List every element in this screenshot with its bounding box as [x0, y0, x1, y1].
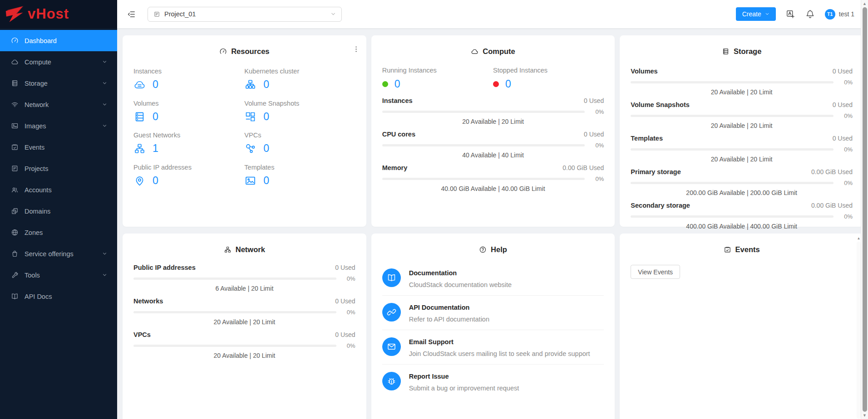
- question-icon: [479, 246, 487, 253]
- sidebar-item-label: Network: [25, 101, 49, 108]
- usage-availability: 40 Available | 40 Limit: [382, 151, 604, 159]
- sidebar-item[interactable]: Accounts: [0, 179, 117, 200]
- brand-logo[interactable]: vHost: [0, 0, 117, 28]
- dots-icon[interactable]: [352, 45, 360, 53]
- chevron-down-icon: [102, 102, 107, 107]
- resource-item[interactable]: Templates 0: [244, 164, 355, 187]
- user-menu[interactable]: T1 test 1: [825, 9, 854, 19]
- events-scrollbar-track[interactable]: [857, 242, 861, 419]
- sidebar-item[interactable]: Domains: [0, 200, 117, 222]
- network-card: Network Public IP addresses 0 Used 0%: [123, 234, 366, 419]
- usage-availability: 40.00 GiB Available | 40.00 GiB Limit: [382, 185, 604, 192]
- sidebar-item[interactable]: Network: [0, 94, 117, 115]
- sidebar-item[interactable]: API Docs: [0, 286, 117, 307]
- chevron-down-icon: [102, 59, 107, 64]
- help-card-title: Help: [382, 245, 604, 254]
- page-scrollbar-thumb[interactable]: [863, 7, 867, 412]
- usage-percent: 0%: [589, 108, 604, 115]
- vhost-logo-icon: [5, 5, 26, 23]
- resource-item[interactable]: Public IP addresses 0: [133, 164, 244, 187]
- page-scrollbar[interactable]: ▲ ▼: [861, 0, 868, 419]
- help-item-description: CloudStack documentation website: [409, 281, 512, 288]
- top-bar: Project_01 Create T1 test 1: [117, 0, 868, 28]
- usage-label: Secondary storage: [631, 202, 690, 209]
- help-item[interactable]: Report Issue Submit a bug or improvement…: [382, 365, 604, 399]
- compute-card: Compute Running Instances 0 Stopped Inst…: [371, 35, 615, 227]
- usage-used: 0 Used: [833, 135, 853, 142]
- progress-bar: [133, 311, 336, 313]
- dashboard-content: Resources Instances 0 Kubernetes cluster: [117, 28, 868, 419]
- chevron-down-icon: [765, 12, 769, 16]
- usage-availability: 20 Available | 20 Limit: [382, 118, 604, 125]
- sidebar-item[interactable]: Storage: [0, 73, 117, 94]
- sidebar-item-label: Events: [25, 144, 44, 151]
- progress-bar: [133, 278, 336, 280]
- resource-item[interactable]: VPCs 0: [244, 132, 355, 155]
- instance-counter[interactable]: Running Instances 0: [382, 67, 493, 91]
- create-button[interactable]: Create: [736, 7, 776, 21]
- global-icon: [11, 229, 19, 236]
- resource-item[interactable]: Instances 0: [133, 68, 244, 91]
- resource-item[interactable]: Kubernetes cluster 0: [244, 68, 355, 91]
- sidebar-item-label: API Docs: [25, 293, 52, 300]
- chevron-down-icon: [102, 251, 107, 256]
- usage-percent: 0%: [589, 175, 604, 182]
- sidebar-item-label: Compute: [25, 58, 51, 66]
- sidebar-item[interactable]: Events: [0, 136, 117, 158]
- resource-item[interactable]: Guest Networks 1: [133, 132, 244, 155]
- read-icon: [382, 268, 401, 287]
- compute-card-title: Compute: [382, 47, 604, 56]
- sidebar-item[interactable]: Projects: [0, 158, 117, 179]
- sidebar-item[interactable]: Zones: [0, 222, 117, 243]
- sidebar-item-label: Service offerings: [25, 250, 74, 258]
- menu-fold-icon[interactable]: [127, 10, 136, 19]
- resource-item[interactable]: Volume Snapshots 0: [244, 100, 355, 123]
- project-selector[interactable]: Project_01: [148, 7, 342, 22]
- view-events-button[interactable]: View Events: [631, 265, 680, 279]
- cloud-icon: [471, 48, 478, 55]
- chevron-down-icon: [102, 273, 107, 278]
- dashboard-icon: [11, 37, 19, 44]
- sidebar-item[interactable]: Compute: [0, 51, 117, 73]
- help-item-title: Email Support: [409, 338, 590, 346]
- picture-icon: [11, 122, 19, 130]
- scroll-up-icon[interactable]: ▲: [863, 1, 867, 6]
- picture-icon: [244, 175, 256, 187]
- resource-count: 1: [153, 142, 158, 155]
- sidebar-item[interactable]: Tools: [0, 264, 117, 286]
- usage-row: Networks 0 Used 0% 20 Available | 20 Lim…: [133, 297, 355, 326]
- usage-availability: 20 Available | 20 Limit: [631, 156, 853, 163]
- usage-used: 0 Used: [833, 101, 853, 108]
- storage-card: Storage Volumes 0 Used 0% 20 Available: [620, 35, 863, 227]
- resource-label: Guest Networks: [133, 132, 244, 139]
- usage-row: Public IP addresses 0 Used 0% 6 Availabl…: [133, 264, 355, 292]
- usage-availability: 20 Available | 20 Limit: [133, 352, 355, 359]
- sidebar-item-label: Storage: [25, 80, 48, 87]
- sidebar-item[interactable]: Dashboard: [0, 30, 117, 51]
- instance-counter[interactable]: Stopped Instances 0: [493, 67, 604, 91]
- usage-row: Templates 0 Used 0% 20 Available | 20 Li…: [631, 135, 853, 163]
- help-item[interactable]: Documentation CloudStack documentation w…: [382, 261, 604, 296]
- resource-count: 0: [263, 111, 269, 123]
- help-item[interactable]: API Documentation Refer to API documenta…: [382, 296, 604, 330]
- deployment-icon: [244, 142, 256, 155]
- help-item[interactable]: Email Support Join CloudStack users mail…: [382, 330, 604, 365]
- usage-percent: 0%: [341, 275, 355, 282]
- scroll-down-icon[interactable]: ▼: [863, 413, 867, 418]
- resource-label: Instances: [133, 68, 244, 75]
- usage-row: Volume Snapshots 0 Used 0% 20 Available …: [631, 101, 853, 129]
- translate-icon[interactable]: [786, 10, 795, 19]
- sidebar-item[interactable]: Images: [0, 115, 117, 136]
- usage-used: 0 Used: [584, 131, 604, 138]
- bell-icon[interactable]: [805, 10, 815, 19]
- project-selector-value: Project_01: [164, 10, 196, 18]
- sidebar-item[interactable]: Service offerings: [0, 243, 117, 264]
- status-dot: [382, 81, 388, 87]
- counter-value: 0: [505, 78, 511, 91]
- scroll-up-icon[interactable]: ▲: [857, 236, 861, 240]
- resource-item[interactable]: Volumes 0: [133, 100, 244, 123]
- usage-availability: 6 Available | 20 Limit: [133, 285, 355, 292]
- usage-percent: 0%: [838, 112, 853, 119]
- resources-card: Resources Instances 0 Kubernetes cluster: [123, 35, 366, 227]
- database-icon: [133, 111, 146, 123]
